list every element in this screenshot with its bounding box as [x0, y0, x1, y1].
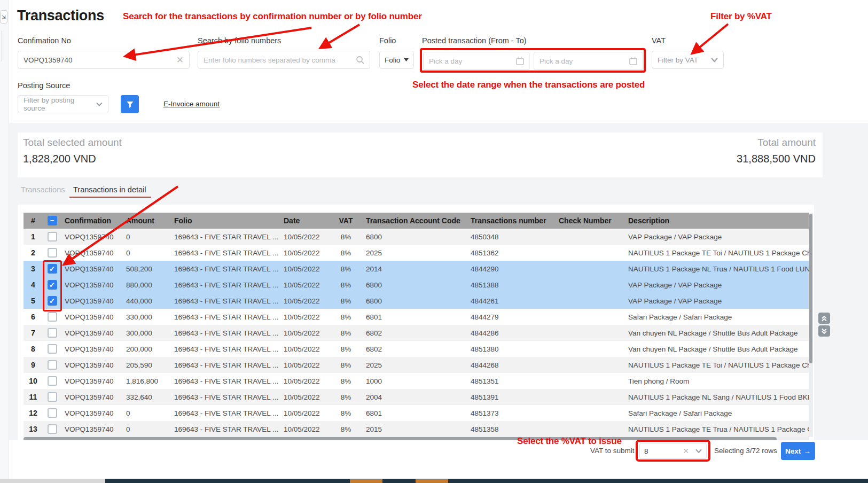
table-row[interactable]: 8 VOPQ1359740 200,000 169643 - FIVE STAR… [24, 341, 809, 357]
clear-icon[interactable]: ✕ [683, 447, 689, 455]
select-all-checkbox[interactable] [48, 216, 57, 225]
cell-index: 1 [24, 232, 43, 241]
cell-vat: 8% [331, 409, 361, 417]
table-body: 1 VOPQ1359740 0 169643 - FIVE STAR TRAVE… [24, 229, 809, 437]
cell-checkbox [43, 424, 61, 434]
cell-amount: 330,000 [123, 313, 171, 321]
column-header-account-code: Transaction Account Code [361, 216, 467, 225]
einvoice-amount-link[interactable]: E-Invoice amount [163, 100, 220, 108]
apply-filter-button[interactable] [121, 95, 139, 113]
cell-date: 10/05/2022 [280, 409, 331, 417]
bottom-window-edge-left [0, 479, 105, 483]
cell-index: 8 [24, 345, 43, 353]
cell-description: VAP Package / VAP Package [625, 281, 809, 289]
column-header-date: Date [280, 216, 331, 225]
vat-filter-placeholder: Filter by VAT [658, 56, 698, 64]
cell-description: Van chuyen NL Package / Shuttle Bus Adul… [625, 329, 809, 337]
table-row[interactable]: 1 VOPQ1359740 0 169643 - FIVE STAR TRAVE… [24, 229, 809, 245]
cell-checkbox [43, 312, 61, 322]
table-vertical-scrollbar-thumb[interactable] [809, 214, 812, 363]
cell-txn-number: 4850348 [467, 233, 556, 241]
cell-date: 10/05/2022 [280, 377, 331, 385]
folio-label: Folio [379, 36, 396, 45]
table-row[interactable]: 6 VOPQ1359740 330,000 169643 - FIVE STAR… [24, 309, 809, 325]
chevron-down-icon [96, 102, 103, 106]
column-header-vat: VAT [331, 216, 361, 225]
cell-account-code: 6800 [361, 233, 467, 241]
row-checkbox[interactable] [48, 360, 57, 370]
column-header-confirmation: Confirmation [61, 216, 123, 225]
table-row[interactable]: 10 VOPQ1359740 1,816,800 169643 - FIVE S… [24, 373, 809, 389]
table-row[interactable]: 5 VOPQ1359740 440,000 169643 - FIVE STAR… [24, 293, 809, 309]
row-checkbox[interactable] [48, 264, 57, 274]
table-header-row: # Confirmation Amount Folio Date VAT Tra… [24, 213, 809, 229]
cell-vat: 8% [331, 249, 361, 257]
cell-index: 13 [24, 425, 43, 433]
annotation-select-vat-hint: Select the %VAT to issue [517, 436, 622, 447]
collapse-panel-icon[interactable]: ⇲ [0, 10, 7, 24]
total-amount-label: Total amount [737, 137, 816, 149]
table-row[interactable]: 9 VOPQ1359740 205,590 169643 - FIVE STAR… [24, 357, 809, 373]
cell-txn-number: 4851351 [467, 377, 556, 385]
cell-vat: 8% [331, 425, 361, 433]
cell-description: NAUTILUS 1 Package NL Trua / NAUTILUS 1 … [625, 265, 809, 273]
vat-label: VAT [652, 36, 666, 45]
row-checkbox[interactable] [48, 408, 57, 418]
cell-vat: 8% [331, 281, 361, 289]
table-row[interactable]: 13 VOPQ1359740 0 169643 - FIVE STAR TRAV… [24, 421, 809, 437]
row-checkbox[interactable] [48, 392, 57, 402]
vat-filter-dropdown[interactable]: Filter by VAT [652, 51, 724, 69]
table-row[interactable]: 7 VOPQ1359740 300,000 169643 - FIVE STAR… [24, 325, 809, 341]
cell-index: 12 [24, 409, 43, 417]
cell-txn-number: 4851373 [467, 409, 556, 417]
row-checkbox[interactable] [48, 232, 57, 242]
vat-to-submit-dropdown[interactable]: 8 ✕ [639, 443, 707, 459]
table-row[interactable]: 2 VOPQ1359740 0 169643 - FIVE STAR TRAVE… [24, 245, 809, 261]
row-checkbox[interactable] [48, 424, 57, 434]
clear-icon[interactable]: ✕ [176, 54, 184, 66]
cell-account-code: 2025 [361, 361, 467, 369]
folio-search-input[interactable] [204, 56, 356, 64]
row-checkbox[interactable] [48, 248, 57, 258]
table-row[interactable]: 11 VOPQ1359740 332,640 169643 - FIVE STA… [24, 389, 809, 405]
cell-folio: 169643 - FIVE STAR TRAVEL ... [171, 313, 280, 321]
row-checkbox[interactable] [48, 328, 57, 338]
cell-vat: 8% [331, 393, 361, 401]
scroll-to-bottom-button[interactable] [818, 325, 830, 337]
date-from-input[interactable] [429, 57, 516, 65]
table-row[interactable]: 4 VOPQ1359740 880,000 169643 - FIVE STAR… [24, 277, 809, 293]
date-to-input[interactable] [539, 57, 629, 65]
cell-description: VAP Package / VAP Package [625, 233, 809, 241]
row-checkbox[interactable] [48, 280, 57, 290]
folio-dropdown-value: Folio [385, 56, 400, 64]
cell-date: 10/05/2022 [280, 313, 331, 321]
tab-transactions-in-detail[interactable]: Transactions in detail [73, 185, 146, 194]
next-button[interactable]: Next → [781, 442, 815, 460]
folio-dropdown[interactable]: Folio [379, 51, 414, 69]
row-checkbox[interactable] [48, 376, 57, 386]
cell-confirmation: VOPQ1359740 [61, 409, 123, 417]
column-header-folio: Folio [171, 216, 280, 225]
cell-date: 10/05/2022 [280, 265, 331, 273]
table-row[interactable]: 3 VOPQ1359740 508,200 169643 - FIVE STAR… [24, 261, 809, 277]
row-checkbox[interactable] [48, 344, 57, 354]
scroll-to-top-button[interactable] [818, 313, 830, 324]
cell-date: 10/05/2022 [280, 297, 331, 305]
folio-search-label: Search by folio numbers [198, 36, 281, 45]
cell-date: 10/05/2022 [280, 249, 331, 257]
posting-source-dropdown[interactable]: Filter by posting source [18, 95, 108, 113]
arrow-right-icon: → [803, 447, 811, 455]
cell-txn-number: 4851388 [467, 281, 556, 289]
cell-checkbox [43, 328, 61, 338]
row-checkbox[interactable] [48, 296, 57, 306]
date-from-wrap [423, 52, 530, 70]
row-checkbox[interactable] [48, 312, 57, 322]
confirmation-input[interactable] [24, 56, 176, 64]
cell-index: 6 [24, 313, 43, 321]
cell-confirmation: VOPQ1359740 [61, 361, 123, 369]
cell-folio: 169643 - FIVE STAR TRAVEL ... [171, 377, 280, 385]
cell-folio: 169643 - FIVE STAR TRAVEL ... [171, 265, 280, 273]
table-row[interactable]: 12 VOPQ1359740 0 169643 - FIVE STAR TRAV… [24, 405, 809, 421]
tab-transactions[interactable]: Transactions [21, 185, 65, 194]
cell-date: 10/05/2022 [280, 361, 331, 369]
